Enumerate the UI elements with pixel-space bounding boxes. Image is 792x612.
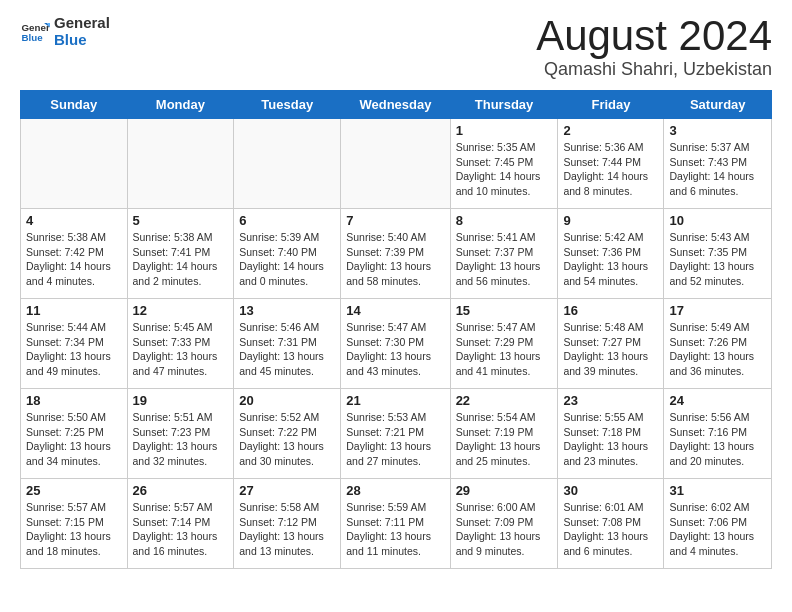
day-cell-0-4: 1Sunrise: 5:35 AM Sunset: 7:45 PM Daylig…	[450, 119, 558, 209]
day-number: 31	[669, 483, 766, 498]
days-of-week-row: Sunday Monday Tuesday Wednesday Thursday…	[21, 91, 772, 119]
day-number: 28	[346, 483, 444, 498]
day-cell-2-3: 14Sunrise: 5:47 AM Sunset: 7:30 PM Dayli…	[341, 299, 450, 389]
day-cell-3-4: 22Sunrise: 5:54 AM Sunset: 7:19 PM Dayli…	[450, 389, 558, 479]
col-sunday: Sunday	[21, 91, 128, 119]
day-info: Sunrise: 5:37 AM Sunset: 7:43 PM Dayligh…	[669, 140, 766, 199]
day-cell-3-1: 19Sunrise: 5:51 AM Sunset: 7:23 PM Dayli…	[127, 389, 234, 479]
week-row-2: 4Sunrise: 5:38 AM Sunset: 7:42 PM Daylig…	[21, 209, 772, 299]
day-number: 7	[346, 213, 444, 228]
day-info: Sunrise: 5:50 AM Sunset: 7:25 PM Dayligh…	[26, 410, 122, 469]
day-number: 30	[563, 483, 658, 498]
day-cell-3-3: 21Sunrise: 5:53 AM Sunset: 7:21 PM Dayli…	[341, 389, 450, 479]
day-cell-2-1: 12Sunrise: 5:45 AM Sunset: 7:33 PM Dayli…	[127, 299, 234, 389]
day-info: Sunrise: 6:02 AM Sunset: 7:06 PM Dayligh…	[669, 500, 766, 559]
day-cell-1-4: 8Sunrise: 5:41 AM Sunset: 7:37 PM Daylig…	[450, 209, 558, 299]
day-number: 1	[456, 123, 553, 138]
calendar-table: Sunday Monday Tuesday Wednesday Thursday…	[20, 90, 772, 569]
day-info: Sunrise: 5:54 AM Sunset: 7:19 PM Dayligh…	[456, 410, 553, 469]
day-cell-1-2: 6Sunrise: 5:39 AM Sunset: 7:40 PM Daylig…	[234, 209, 341, 299]
day-number: 8	[456, 213, 553, 228]
day-cell-2-5: 16Sunrise: 5:48 AM Sunset: 7:27 PM Dayli…	[558, 299, 664, 389]
day-info: Sunrise: 5:38 AM Sunset: 7:42 PM Dayligh…	[26, 230, 122, 289]
day-info: Sunrise: 5:46 AM Sunset: 7:31 PM Dayligh…	[239, 320, 335, 379]
day-number: 24	[669, 393, 766, 408]
day-info: Sunrise: 5:40 AM Sunset: 7:39 PM Dayligh…	[346, 230, 444, 289]
week-row-5: 25Sunrise: 5:57 AM Sunset: 7:15 PM Dayli…	[21, 479, 772, 569]
day-info: Sunrise: 5:47 AM Sunset: 7:29 PM Dayligh…	[456, 320, 553, 379]
day-info: Sunrise: 5:42 AM Sunset: 7:36 PM Dayligh…	[563, 230, 658, 289]
day-number: 21	[346, 393, 444, 408]
day-number: 4	[26, 213, 122, 228]
day-number: 5	[133, 213, 229, 228]
day-cell-1-3: 7Sunrise: 5:40 AM Sunset: 7:39 PM Daylig…	[341, 209, 450, 299]
day-number: 25	[26, 483, 122, 498]
day-info: Sunrise: 5:58 AM Sunset: 7:12 PM Dayligh…	[239, 500, 335, 559]
day-cell-0-0	[21, 119, 128, 209]
day-cell-4-6: 31Sunrise: 6:02 AM Sunset: 7:06 PM Dayli…	[664, 479, 772, 569]
day-cell-0-1	[127, 119, 234, 209]
day-info: Sunrise: 5:43 AM Sunset: 7:35 PM Dayligh…	[669, 230, 766, 289]
day-cell-1-0: 4Sunrise: 5:38 AM Sunset: 7:42 PM Daylig…	[21, 209, 128, 299]
day-info: Sunrise: 5:57 AM Sunset: 7:15 PM Dayligh…	[26, 500, 122, 559]
calendar-header: Sunday Monday Tuesday Wednesday Thursday…	[21, 91, 772, 119]
col-friday: Friday	[558, 91, 664, 119]
day-number: 16	[563, 303, 658, 318]
day-info: Sunrise: 5:56 AM Sunset: 7:16 PM Dayligh…	[669, 410, 766, 469]
day-number: 9	[563, 213, 658, 228]
col-wednesday: Wednesday	[341, 91, 450, 119]
day-number: 20	[239, 393, 335, 408]
day-cell-4-3: 28Sunrise: 5:59 AM Sunset: 7:11 PM Dayli…	[341, 479, 450, 569]
day-number: 2	[563, 123, 658, 138]
calendar-wrap: Sunday Monday Tuesday Wednesday Thursday…	[0, 90, 792, 579]
col-thursday: Thursday	[450, 91, 558, 119]
day-number: 15	[456, 303, 553, 318]
day-info: Sunrise: 5:39 AM Sunset: 7:40 PM Dayligh…	[239, 230, 335, 289]
day-info: Sunrise: 5:44 AM Sunset: 7:34 PM Dayligh…	[26, 320, 122, 379]
logo-name-blue: Blue	[54, 32, 110, 49]
day-info: Sunrise: 5:52 AM Sunset: 7:22 PM Dayligh…	[239, 410, 335, 469]
day-number: 3	[669, 123, 766, 138]
day-number: 18	[26, 393, 122, 408]
day-cell-4-5: 30Sunrise: 6:01 AM Sunset: 7:08 PM Dayli…	[558, 479, 664, 569]
col-saturday: Saturday	[664, 91, 772, 119]
logo-icon: General Blue	[20, 17, 50, 47]
page-header: General Blue General Blue August 2024 Qa…	[0, 0, 792, 90]
day-info: Sunrise: 5:47 AM Sunset: 7:30 PM Dayligh…	[346, 320, 444, 379]
day-number: 10	[669, 213, 766, 228]
day-number: 11	[26, 303, 122, 318]
day-info: Sunrise: 5:53 AM Sunset: 7:21 PM Dayligh…	[346, 410, 444, 469]
day-info: Sunrise: 5:59 AM Sunset: 7:11 PM Dayligh…	[346, 500, 444, 559]
day-number: 12	[133, 303, 229, 318]
day-cell-1-1: 5Sunrise: 5:38 AM Sunset: 7:41 PM Daylig…	[127, 209, 234, 299]
day-cell-4-0: 25Sunrise: 5:57 AM Sunset: 7:15 PM Dayli…	[21, 479, 128, 569]
day-number: 17	[669, 303, 766, 318]
svg-text:Blue: Blue	[22, 32, 44, 43]
day-info: Sunrise: 5:55 AM Sunset: 7:18 PM Dayligh…	[563, 410, 658, 469]
day-cell-2-6: 17Sunrise: 5:49 AM Sunset: 7:26 PM Dayli…	[664, 299, 772, 389]
col-tuesday: Tuesday	[234, 91, 341, 119]
day-info: Sunrise: 6:01 AM Sunset: 7:08 PM Dayligh…	[563, 500, 658, 559]
day-cell-4-1: 26Sunrise: 5:57 AM Sunset: 7:14 PM Dayli…	[127, 479, 234, 569]
day-info: Sunrise: 5:36 AM Sunset: 7:44 PM Dayligh…	[563, 140, 658, 199]
day-cell-2-2: 13Sunrise: 5:46 AM Sunset: 7:31 PM Dayli…	[234, 299, 341, 389]
day-number: 22	[456, 393, 553, 408]
day-info: Sunrise: 5:41 AM Sunset: 7:37 PM Dayligh…	[456, 230, 553, 289]
day-cell-2-4: 15Sunrise: 5:47 AM Sunset: 7:29 PM Dayli…	[450, 299, 558, 389]
title-block: August 2024 Qamashi Shahri, Uzbekistan	[536, 15, 772, 80]
day-cell-0-6: 3Sunrise: 5:37 AM Sunset: 7:43 PM Daylig…	[664, 119, 772, 209]
week-row-4: 18Sunrise: 5:50 AM Sunset: 7:25 PM Dayli…	[21, 389, 772, 479]
month-title: August 2024	[536, 15, 772, 57]
logo: General Blue General Blue	[20, 15, 110, 48]
day-number: 27	[239, 483, 335, 498]
day-cell-3-2: 20Sunrise: 5:52 AM Sunset: 7:22 PM Dayli…	[234, 389, 341, 479]
day-cell-3-0: 18Sunrise: 5:50 AM Sunset: 7:25 PM Dayli…	[21, 389, 128, 479]
logo-name-general: General	[54, 15, 110, 32]
day-cell-1-6: 10Sunrise: 5:43 AM Sunset: 7:35 PM Dayli…	[664, 209, 772, 299]
day-cell-2-0: 11Sunrise: 5:44 AM Sunset: 7:34 PM Dayli…	[21, 299, 128, 389]
day-info: Sunrise: 5:45 AM Sunset: 7:33 PM Dayligh…	[133, 320, 229, 379]
day-cell-0-5: 2Sunrise: 5:36 AM Sunset: 7:44 PM Daylig…	[558, 119, 664, 209]
week-row-3: 11Sunrise: 5:44 AM Sunset: 7:34 PM Dayli…	[21, 299, 772, 389]
day-number: 19	[133, 393, 229, 408]
day-cell-1-5: 9Sunrise: 5:42 AM Sunset: 7:36 PM Daylig…	[558, 209, 664, 299]
